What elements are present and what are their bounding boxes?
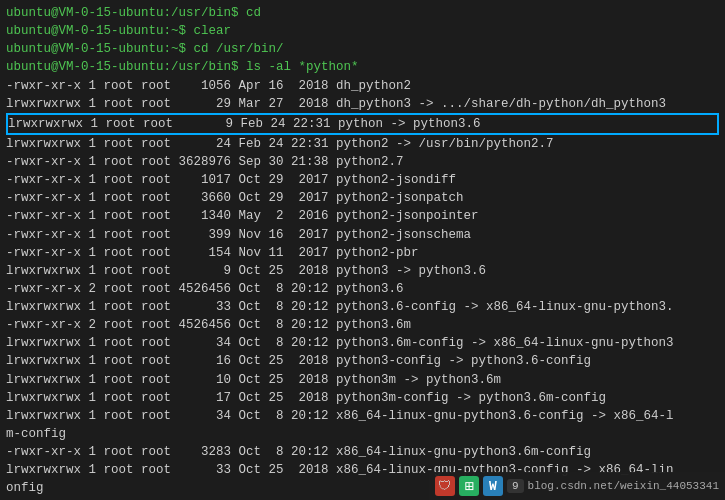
terminal-line-15: lrwxrwxrwx 1 root root 9 Oct 25 2018 pyt… (6, 262, 719, 280)
terminal-line-12: -rwxr-xr-x 1 root root 1340 May 2 2016 p… (6, 207, 719, 225)
taskbar: 🛡 ⊞ W 9 blog.csdn.net/weixin_44053341 (429, 472, 725, 500)
terminal-line-19: lrwxrwxrwx 1 root root 34 Oct 8 20:12 py… (6, 334, 719, 352)
terminal-line-20: lrwxrwxrwx 1 root root 16 Oct 25 2018 py… (6, 352, 719, 370)
terminal-line-18: -rwxr-xr-x 2 root root 4526456 Oct 8 20:… (6, 316, 719, 334)
terminal-line-16: -rwxr-xr-x 2 root root 4526456 Oct 8 20:… (6, 280, 719, 298)
word-icon[interactable]: W (483, 476, 503, 496)
terminal-line-17: lrwxrwxrwx 1 root root 33 Oct 8 20:12 py… (6, 298, 719, 316)
terminal-line-1: ubuntu@VM-0-15-ubuntu:/usr/bin$ cd (6, 4, 719, 22)
task-counter: 9 (507, 479, 524, 493)
terminal-line-13: -rwxr-xr-x 1 root root 399 Nov 16 2017 p… (6, 226, 719, 244)
terminal-line-23: lrwxrwxrwx 1 root root 34 Oct 8 20:12 x8… (6, 407, 719, 425)
terminal-line-2: ubuntu@VM-0-15-ubuntu:~$ clear (6, 22, 719, 40)
terminal-line-8: lrwxrwxrwx 1 root root 24 Feb 24 22:31 p… (6, 135, 719, 153)
terminal-line-22: lrwxrwxrwx 1 root root 17 Oct 25 2018 py… (6, 389, 719, 407)
blog-url: blog.csdn.net/weixin_44053341 (528, 480, 719, 492)
grid-icon[interactable]: ⊞ (459, 476, 479, 496)
terminal-line-5: -rwxr-xr-x 1 root root 1056 Apr 16 2018 … (6, 77, 719, 95)
terminal-line-10: -rwxr-xr-x 1 root root 1017 Oct 29 2017 … (6, 171, 719, 189)
terminal-line-6: lrwxrwxrwx 1 root root 29 Mar 27 2018 dh… (6, 95, 719, 113)
counter-value: 9 (512, 480, 519, 492)
terminal-line-24: -rwxr-xr-x 1 root root 3283 Oct 8 20:12 … (6, 443, 719, 461)
terminal-line-highlight: lrwxrwxrwx 1 root root 9 Feb 24 22:31 py… (6, 113, 719, 135)
terminal-line-9: -rwxr-xr-x 1 root root 3628976 Sep 30 21… (6, 153, 719, 171)
terminal-window: ubuntu@VM-0-15-ubuntu:/usr/bin$ cd ubunt… (0, 0, 725, 500)
terminal-line-14: -rwxr-xr-x 1 root root 154 Nov 11 2017 p… (6, 244, 719, 262)
antivirus-icon[interactable]: 🛡 (435, 476, 455, 496)
terminal-line-3: ubuntu@VM-0-15-ubuntu:~$ cd /usr/bin/ (6, 40, 719, 58)
terminal-line-23b: m-config (6, 425, 719, 443)
terminal-line-11: -rwxr-xr-x 1 root root 3660 Oct 29 2017 … (6, 189, 719, 207)
terminal-line-4: ubuntu@VM-0-15-ubuntu:/usr/bin$ ls -al *… (6, 58, 719, 76)
terminal-line-21: lrwxrwxrwx 1 root root 10 Oct 25 2018 py… (6, 371, 719, 389)
